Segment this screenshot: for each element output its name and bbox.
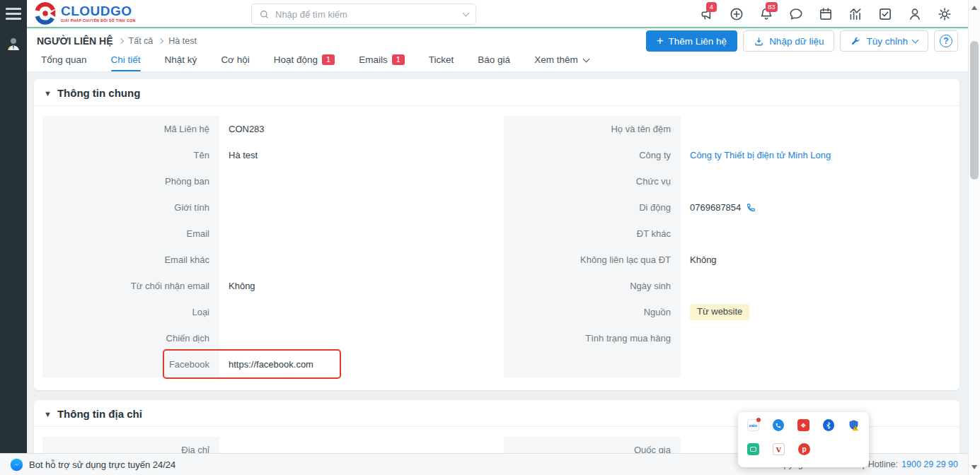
fields-left-column: Địa chỉ [42,437,490,453]
field-value [219,194,490,221]
customize-button[interactable]: Tùy chỉnh [840,30,928,52]
tab-nhat-ky[interactable]: Nhật ký [165,52,197,72]
field-label [504,351,681,377]
v-app-icon[interactable]: V [773,443,785,455]
tab-count-badge: 1 [322,54,335,65]
field-value: Hà test [219,142,490,168]
add-contact-button[interactable]: + Thêm Liên hệ [646,30,738,52]
field-label: Email khác [42,247,219,273]
system-tray-popup: zalo ❖ Vp [738,412,869,467]
tab-bao-gia[interactable]: Báo giá [478,52,510,72]
tab-label: Nhật ký [165,54,197,65]
scroll-down-arrow-icon[interactable] [972,465,977,469]
calendar-icon[interactable] [818,6,834,22]
tab-hoat-dong[interactable]: Hoạt động1 [274,52,335,72]
field-row: Từ chối nhận emailKhông [42,273,490,299]
red-circle-icon[interactable]: p [798,443,810,455]
action-buttons: + Thêm Liên hệ Nhập dữ liệu Tùy chỉnh ? [646,30,958,52]
tasks-icon[interactable] [877,6,893,22]
tab-label: Emails [359,54,388,65]
field-label: Mã Liên hệ [42,116,219,142]
collapse-caret-icon: ▼ [44,89,52,98]
tab-ticket[interactable]: Ticket [429,52,454,72]
tab-co-hoi[interactable]: Cơ hội [221,52,249,72]
shield-warning-icon[interactable] [848,419,860,431]
field-row: Chiến dịch [42,325,490,351]
chat-icon[interactable] [788,6,804,22]
gear-icon[interactable] [937,6,952,22]
field-label: ĐT khác [504,221,681,247]
plus-circle-icon[interactable] [729,6,744,22]
field-row: NguồnTừ website [504,299,951,325]
field-row: Email khác [42,247,490,273]
hotline-number[interactable]: 1900 29 29 90 [901,459,958,469]
field-row: Di động0769687854 [504,194,951,221]
contacts-module-icon[interactable] [5,35,22,52]
section-header-general[interactable]: ▼ Thông tin chung [34,79,959,106]
field-value [219,247,490,273]
notification-badge: 83 [766,2,778,12]
user-icon[interactable] [907,6,923,22]
bluetooth-icon[interactable] [823,419,834,431]
tab-label: Tổng quan [41,54,87,65]
field-row: Không liên lạc qua ĐTKhông [504,247,951,273]
red-app-icon[interactable]: ❖ [797,419,809,431]
breadcrumb-item-all[interactable]: Tất cả [129,36,154,46]
section-title: Thông tin chung [57,87,140,99]
hamburger-menu-icon[interactable] [6,8,21,20]
cloudgo-logo-icon [34,2,57,25]
vertical-scrollbar[interactable] [968,0,980,475]
cloudgo-logo[interactable]: CLOUDGO GIẢI PHÁP CHUYỂN ĐỔI SỐ TINH GỌN [34,2,136,25]
scrollbar-thumb[interactable] [970,41,979,180]
bell-icon[interactable]: 83 [759,6,774,22]
hotline-label: Hotline: [868,459,898,469]
field-label: Từ chối nhận email [42,273,219,299]
record-tabs-bar: Tổng quanChi tiếtNhật kýCơ hộiHoạt động1… [27,52,968,72]
main-content: ▼ Thông tin chung Mã Liên hệCON283TênHà … [27,73,968,453]
megaphone-icon[interactable]: 4 [699,6,715,22]
breadcrumb-separator-icon [158,38,163,44]
zalo-icon[interactable]: zalo [747,419,759,431]
tab-tong-quan[interactable]: Tổng quan [41,52,87,72]
breadcrumb-module[interactable]: NGƯỜI LIÊN HỆ [37,35,113,47]
tab-emails[interactable]: Emails1 [359,52,405,72]
tab-xem-them[interactable]: Xem thêm [534,52,589,72]
field-label: Loại [42,299,219,325]
tab-label: Xem thêm [534,54,578,65]
field-label: Tình trạng mua hàng [504,325,681,351]
company-link[interactable]: Công ty Thiết bị điện tử Minh Long [681,142,951,168]
field-row: Facebookhttps://facebook.com [42,351,490,377]
tab-label: Ticket [429,54,454,65]
field-value [219,437,490,453]
fields-left-column: Mã Liên hệCON283TênHà testPhòng banGiới … [42,116,490,377]
import-data-button[interactable]: Nhập dữ liệu [743,30,834,52]
section-title: Thông tin địa chỉ [57,408,142,420]
app-window: CLOUDGO GIẢI PHÁP CHUYỂN ĐỔI SỐ TINH GỌN… [0,0,980,475]
left-sidebar [0,0,27,453]
support-bot-launcher[interactable]: Bot hỗ trợ sử dụng trực tuyến 24/24 [10,458,175,471]
field-row: Quốc gia [504,437,951,453]
scroll-up-arrow-icon[interactable] [972,6,977,10]
field-label: Email [42,221,219,247]
field-value: 0769687854 [681,194,951,221]
field-label: Họ và tên đệm [504,116,681,142]
chevron-down-icon [912,37,919,44]
phone-icon[interactable] [746,202,756,213]
field-row: Công tyCông ty Thiết bị điện tử Minh Lon… [504,142,951,168]
field-value [681,351,951,377]
field-value: Từ website [681,299,951,325]
chevron-down-icon [582,55,589,62]
green-app-icon[interactable] [747,443,759,455]
field-value [681,325,951,351]
analytics-icon[interactable] [848,6,863,22]
breadcrumb-bar: NGƯỜI LIÊN HỆ Tất cả Hà test + Thêm Liên… [27,30,968,52]
field-label: Nguồn [504,299,681,325]
search-scope-chevron-icon[interactable] [463,10,470,17]
tab-chi-tiet[interactable]: Chi tiết [111,52,141,72]
search-input[interactable] [275,9,458,20]
help-button[interactable]: ? [934,30,958,52]
blue-phone-icon[interactable] [773,419,784,431]
field-value: https://facebook.com [219,351,490,377]
field-value [219,325,490,351]
field-value: 0769687854 [690,194,741,221]
